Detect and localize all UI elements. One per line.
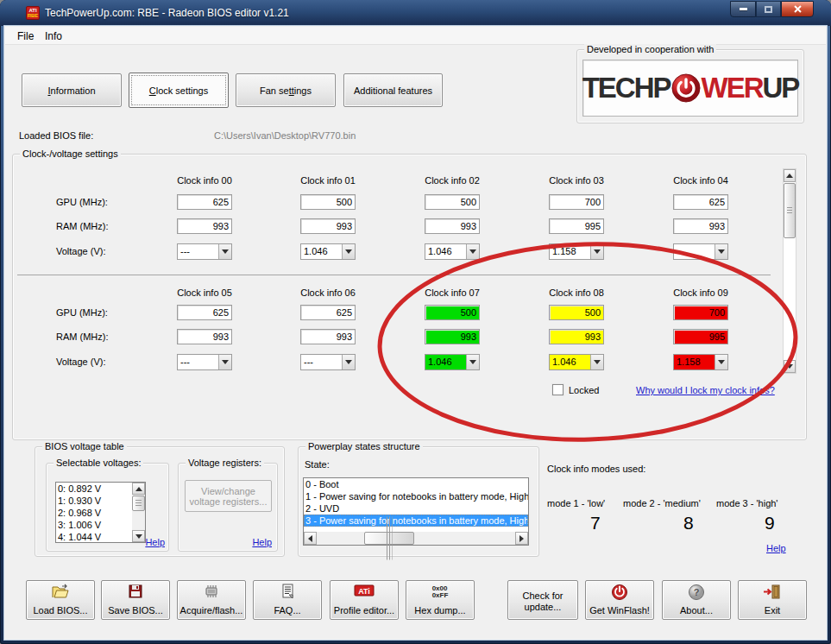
- combo-drop-button[interactable]: [590, 355, 603, 369]
- voltages-help-link[interactable]: Help: [145, 537, 165, 547]
- scroll-right-button[interactable]: [515, 532, 528, 545]
- clock-05-gpu-field[interactable]: 625: [177, 305, 232, 320]
- title-bar[interactable]: ATI RBE TechPowerUp.com: RBE - Radeon BI…: [0, 0, 831, 26]
- maximize-button[interactable]: [756, 1, 781, 17]
- combo-drop-button[interactable]: [342, 355, 355, 369]
- scroll-down-button[interactable]: [784, 360, 796, 373]
- clock-07-ram-field[interactable]: 993: [425, 329, 480, 344]
- clock-06-gpu-field[interactable]: 625: [300, 305, 356, 320]
- save-bios-button[interactable]: Save BIOS...: [101, 580, 170, 620]
- get-winflash-button[interactable]: Get WinFlash!: [585, 580, 654, 620]
- acquire-flash-button[interactable]: Acquire/flash...: [177, 580, 246, 620]
- clock-06-voltage-combo[interactable]: ---: [300, 354, 356, 370]
- state-item[interactable]: 0 - Boot: [304, 478, 528, 490]
- voltage-list-scrollbar[interactable]: [132, 483, 145, 542]
- tab-fan-settings[interactable]: Fan settings: [236, 73, 336, 107]
- combo-drop-button[interactable]: [466, 355, 479, 369]
- button-label: Load BIOS...: [34, 605, 88, 616]
- modes-help-link[interactable]: Help: [766, 543, 786, 553]
- ram-row-label: RAM (MHz):: [56, 221, 109, 231]
- about-button[interactable]: ? About...: [662, 580, 731, 620]
- load-bios-button[interactable]: Load BIOS...: [26, 580, 95, 620]
- scroll-up-button[interactable]: [132, 483, 145, 495]
- view-change-registers-button[interactable]: View/change voltage registers...: [185, 480, 272, 512]
- clock-05-voltage-combo[interactable]: ---: [177, 354, 232, 370]
- arrow-down-icon: [135, 534, 142, 539]
- lock-info-link[interactable]: Why would I lock my clock infos?: [636, 385, 775, 395]
- clock-09-gpu-field[interactable]: 700: [673, 305, 728, 320]
- ati-icon: ATi: [354, 584, 375, 597]
- tab-information[interactable]: Information: [22, 73, 122, 107]
- modes-title: Clock info modes used:: [547, 464, 645, 474]
- clock-09-ram-field[interactable]: 995: [673, 329, 728, 344]
- state-item-selected[interactable]: 3 - Power saving for notebooks in batter…: [304, 515, 528, 527]
- clock-04-ram-field[interactable]: 993: [673, 218, 728, 234]
- arrow-up-icon: [786, 174, 793, 178]
- clock-08-gpu-field[interactable]: 500: [549, 305, 604, 320]
- scrollbar-thumb[interactable]: [132, 496, 145, 511]
- scrollbar-thumb[interactable]: [784, 183, 796, 238]
- clock-05-ram-field[interactable]: 993: [177, 329, 232, 344]
- combo-drop-button[interactable]: [715, 244, 727, 259]
- combo-drop-button[interactable]: [218, 355, 231, 369]
- profile-editor-button[interactable]: ATi Profile editor...: [330, 580, 399, 620]
- clock-03-gpu-field[interactable]: 700: [549, 194, 604, 210]
- clock-00-ram-field[interactable]: 993: [177, 218, 232, 234]
- clock-00-voltage-combo[interactable]: ---: [177, 243, 232, 260]
- clock-01-gpu-field[interactable]: 500: [300, 194, 356, 210]
- clock-info-05-header: Clock info 05: [172, 287, 237, 298]
- clock-08-ram-field[interactable]: 993: [549, 329, 604, 344]
- menu-info[interactable]: Info: [41, 29, 66, 43]
- registers-help-link[interactable]: Help: [252, 537, 272, 547]
- clock-06-ram-field[interactable]: 993: [300, 329, 356, 344]
- clock-01-ram-field[interactable]: 993: [300, 218, 356, 234]
- scroll-left-button[interactable]: [304, 532, 317, 545]
- minimize-button[interactable]: [730, 1, 756, 17]
- clock-scrollbar[interactable]: [783, 168, 796, 374]
- voltage-row-label: Voltage (V):: [56, 357, 105, 367]
- clock-09-voltage-combo[interactable]: 1.158: [673, 354, 728, 370]
- techpowerup-logo: TECHP WER UP: [582, 60, 798, 117]
- combo-drop-button[interactable]: [466, 244, 479, 259]
- tab-clock-settings[interactable]: Clock settings: [129, 73, 229, 108]
- logo-text-dark-right: UP: [763, 72, 799, 104]
- menu-file[interactable]: File: [14, 29, 37, 43]
- exit-button[interactable]: Exit: [738, 580, 807, 620]
- clock-03-ram-field[interactable]: 995: [549, 218, 604, 234]
- state-listbox[interactable]: 0 - Boot 1 - Power saving for notebooks …: [303, 477, 529, 546]
- arrow-left-icon: [308, 535, 312, 542]
- clock-02-gpu-field[interactable]: 500: [425, 194, 480, 210]
- mode2-label: mode 2 - 'medium': [623, 498, 701, 508]
- clock-02-voltage-combo[interactable]: 1.046: [425, 243, 480, 260]
- check-for-update-button[interactable]: Check for update...: [507, 580, 578, 620]
- clock-info-02-header: Clock info 02: [419, 175, 485, 186]
- clock-03-voltage-combo[interactable]: 1.158: [549, 243, 604, 260]
- clock-04-voltage-combo[interactable]: [673, 243, 728, 260]
- clock-voltage-group-label: Clock-/voltage settings: [20, 148, 121, 159]
- faq-button[interactable]: FAQ...: [253, 580, 322, 620]
- clock-01-voltage-combo[interactable]: 1.046: [300, 243, 356, 260]
- state-item[interactable]: 1 - Power saving for notebooks in batter…: [304, 490, 528, 502]
- close-button[interactable]: [781, 1, 814, 17]
- combo-drop-button[interactable]: [218, 244, 231, 259]
- clock-00-gpu-field[interactable]: 625: [177, 194, 232, 210]
- clock-07-voltage-combo[interactable]: 1.046: [425, 354, 480, 370]
- clock-08-voltage-combo[interactable]: 1.046: [549, 354, 604, 370]
- combo-value: [674, 244, 715, 259]
- clock-07-gpu-field[interactable]: 500: [425, 305, 480, 320]
- clock-02-ram-field[interactable]: 993: [425, 218, 480, 234]
- hex-dump-button[interactable]: 0x00 0xFF Hex dump...: [406, 580, 475, 620]
- combo-drop-button[interactable]: [342, 244, 355, 259]
- locked-checkbox[interactable]: [552, 384, 563, 395]
- button-label: Profile editor...: [334, 605, 394, 616]
- combo-drop-button[interactable]: [590, 244, 603, 259]
- tab-additional-features[interactable]: Additional features: [343, 73, 443, 107]
- state-item[interactable]: 2 - UVD: [304, 502, 528, 515]
- state-hscrollbar[interactable]: [304, 532, 528, 545]
- clock-04-gpu-field[interactable]: 625: [673, 194, 728, 210]
- scroll-down-button[interactable]: [132, 530, 145, 542]
- scroll-up-button[interactable]: [784, 169, 796, 182]
- scrollbar-thumb[interactable]: [364, 532, 414, 545]
- combo-drop-button[interactable]: [715, 355, 727, 369]
- voltage-listbox[interactable]: 0: 0.892 V 1: 0.930 V 2: 0.968 V 3: 1.00…: [55, 482, 146, 543]
